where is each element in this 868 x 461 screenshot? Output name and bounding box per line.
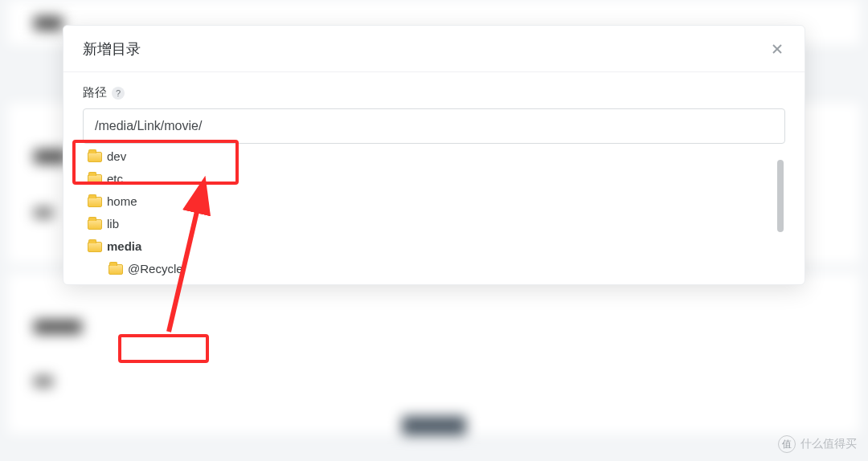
folder-tree[interactable]: devetchomelibmedia@RecycleLinkmovietvmov… (83, 144, 785, 284)
folder-icon (88, 219, 102, 230)
tree-item-label: home (107, 192, 137, 211)
dialog-title: 新增目录 (83, 39, 141, 59)
help-icon[interactable]: ? (112, 87, 125, 100)
path-input[interactable] (95, 119, 773, 133)
tree-item-home-2[interactable]: home (88, 190, 779, 213)
folder-icon (88, 197, 102, 207)
tree-item-link-6[interactable]: Link (88, 280, 779, 284)
folder-icon (88, 174, 102, 185)
tree-item-label: media (107, 237, 141, 256)
watermark: 值 什么值得买 (778, 435, 857, 453)
tree-item-recycle-5[interactable]: @Recycle (88, 258, 779, 280)
tree-item-lib-3[interactable]: lib (88, 213, 779, 235)
tree-item-label: dev (107, 147, 126, 166)
watermark-badge: 值 (778, 435, 796, 453)
folder-icon (88, 152, 102, 162)
close-button[interactable] (769, 41, 785, 57)
path-label-text: 路径 (83, 85, 107, 100)
add-directory-dialog: 新增目录 路径 ? devetchomelibmedia@RecycleLink… (63, 25, 805, 285)
watermark-text: 什么值得买 (800, 437, 857, 451)
tree-item-label: Link (128, 282, 153, 284)
folder-icon (88, 242, 102, 252)
path-label: 路径 ? (83, 85, 785, 100)
tree-item-etc-1[interactable]: etc (88, 168, 779, 190)
dialog-body: 路径 ? devetchomelibmedia@RecycleLinkmovie… (63, 72, 805, 284)
scrollbar-thumb[interactable] (777, 160, 784, 232)
tree-item-label: lib (107, 214, 119, 234)
tree-item-dev-0[interactable]: dev (88, 145, 779, 168)
tree-item-label: etc (107, 169, 123, 189)
folder-icon (108, 264, 123, 275)
close-icon (771, 43, 784, 55)
dialog-header: 新增目录 (63, 26, 805, 72)
tree-item-media-4[interactable]: media (88, 235, 779, 258)
path-input-container[interactable] (83, 108, 785, 144)
tree-item-label: @Recycle (128, 259, 183, 279)
